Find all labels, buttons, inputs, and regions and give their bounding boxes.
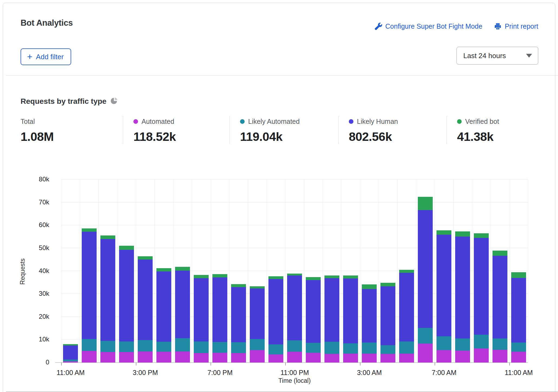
stat-likely-human-value: 802.56k <box>349 130 447 144</box>
bar-segment-likely-automated <box>212 342 227 353</box>
bar-segment-automated <box>399 354 414 363</box>
bar-hour-0[interactable] <box>63 344 78 363</box>
automated-dot-icon <box>133 119 138 124</box>
y-tick-label: 60k <box>17 221 49 229</box>
x-tick-label: 3:00 PM <box>121 369 170 377</box>
y-tick-label: 0 <box>17 358 49 366</box>
bar-hour-24[interactable] <box>511 272 526 363</box>
bar-segment-likely-automated <box>100 341 115 352</box>
bar-hour-15[interactable] <box>343 275 358 363</box>
bar-segment-likely-human <box>493 256 507 338</box>
bar-hour-6[interactable] <box>175 267 190 363</box>
bar-segment-likely-automated <box>455 338 470 351</box>
bar-hour-17[interactable] <box>380 283 395 363</box>
bar-hour-14[interactable] <box>324 275 339 363</box>
bar-hour-20[interactable] <box>436 230 451 363</box>
bar-hour-3[interactable] <box>119 246 134 363</box>
stat-likely-automated-value: 119.04k <box>240 130 338 144</box>
bar-segment-likely-human <box>268 279 283 344</box>
section-title: Requests by traffic type <box>21 97 106 106</box>
bar-hour-23[interactable] <box>493 251 507 363</box>
bar-segment-likely-automated <box>399 341 414 354</box>
bar-hour-8[interactable] <box>212 274 227 363</box>
bar-segment-likely-human <box>156 271 171 342</box>
vertical-gridline <box>416 180 416 363</box>
x-tick-mark <box>360 363 360 366</box>
bar-segment-likely-automated <box>418 328 433 344</box>
likely-human-dot-icon <box>349 119 353 124</box>
bar-segment-automated <box>474 348 489 363</box>
bar-segment-verified-bot <box>231 284 246 287</box>
configure-super-bot-fight-mode-link[interactable]: Configure Super Bot Fight Mode <box>375 22 482 30</box>
vertical-gridline <box>211 180 211 363</box>
bot-analytics-card: Bot Analytics Configure Super Bot Fight … <box>3 3 555 392</box>
bar-hour-18[interactable] <box>399 270 414 363</box>
bar-segment-likely-automated <box>343 343 358 354</box>
bar-hour-12[interactable] <box>287 274 302 363</box>
stat-total: Total 1.08M <box>21 116 123 144</box>
chevron-down-icon <box>526 54 532 58</box>
x-tick-mark <box>285 363 286 366</box>
bar-hour-21[interactable] <box>455 231 470 363</box>
bar-segment-automated <box>343 354 358 363</box>
print-report-link[interactable]: Print report <box>494 22 538 30</box>
bar-segment-likely-human <box>511 278 526 343</box>
bar-hour-19[interactable] <box>418 197 433 363</box>
header-actions: Configure Super Bot Fight Mode Print rep… <box>375 22 538 30</box>
vertical-gridline <box>453 180 454 363</box>
bar-segment-verified-bot <box>493 251 507 256</box>
bar-segment-verified-bot <box>156 268 171 272</box>
time-range-dropdown[interactable]: Last 24 hours <box>457 47 538 65</box>
bar-segment-automated <box>436 350 451 363</box>
bar-hour-4[interactable] <box>138 256 153 363</box>
stat-likely-human-label: Likely Human <box>357 118 398 125</box>
bar-segment-automated <box>175 351 190 363</box>
bar-segment-verified-bot <box>250 286 265 288</box>
configure-link-label: Configure Super Bot Fight Mode <box>385 22 482 30</box>
y-tick-label: 70k <box>17 198 49 206</box>
bar-segment-likely-human <box>231 287 246 342</box>
vertical-gridline <box>509 180 510 363</box>
stat-likely-automated: Likely Automated 119.04k <box>229 116 338 144</box>
x-tick-mark <box>136 363 136 366</box>
bar-segment-likely-automated <box>287 340 302 352</box>
y-tick-label: 50k <box>17 244 49 252</box>
x-tick-mark <box>435 363 435 366</box>
bar-hour-9[interactable] <box>231 284 246 363</box>
stat-total-value: 1.08M <box>21 130 123 144</box>
bar-segment-verified-bot <box>362 284 377 289</box>
bar-hour-11[interactable] <box>268 276 283 363</box>
y-tick-label: 10k <box>17 335 49 343</box>
bar-segment-likely-automated <box>306 343 321 353</box>
bar-segment-automated <box>212 353 227 363</box>
vertical-gridline <box>472 180 472 363</box>
y-tick-label: 30k <box>17 290 49 297</box>
stat-likely-automated-label: Likely Automated <box>248 118 300 125</box>
bar-hour-7[interactable] <box>194 275 209 363</box>
x-axis-title: Time (local) <box>61 377 528 384</box>
bar-segment-likely-human <box>399 273 414 341</box>
vertical-gridline <box>173 180 173 363</box>
bar-hour-10[interactable] <box>250 286 265 363</box>
bar-segment-likely-human <box>380 286 395 345</box>
bar-hour-22[interactable] <box>474 233 489 363</box>
bar-hour-16[interactable] <box>362 284 377 363</box>
bar-hour-2[interactable] <box>100 235 115 363</box>
bar-hour-13[interactable] <box>306 277 321 363</box>
bar-hour-5[interactable] <box>156 268 171 363</box>
add-filter-button[interactable]: + Add filter <box>21 48 71 65</box>
bar-segment-likely-automated <box>63 360 78 361</box>
bar-segment-automated <box>511 352 526 363</box>
bar-segment-likely-automated <box>511 343 526 352</box>
x-tick-label: 3:00 AM <box>345 369 394 377</box>
bar-hour-1[interactable] <box>82 228 97 363</box>
vertical-gridline <box>61 180 61 363</box>
vertical-gridline <box>80 180 80 363</box>
x-tick-label: 11:00 AM <box>46 369 95 377</box>
bar-segment-likely-human <box>455 237 470 338</box>
bar-segment-likely-human <box>194 278 209 341</box>
vertical-gridline <box>285 180 285 363</box>
vertical-gridline <box>304 180 304 363</box>
vertical-gridline <box>341 180 342 363</box>
bar-segment-automated <box>493 350 507 363</box>
